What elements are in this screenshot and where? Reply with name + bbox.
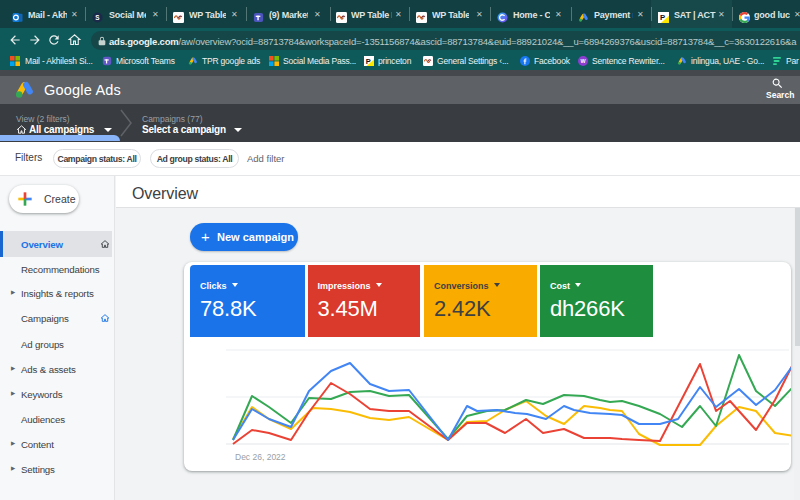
svg-text:P: P: [660, 13, 665, 22]
svg-text:S: S: [95, 14, 100, 21]
svg-text:W: W: [580, 58, 586, 64]
svg-text:P: P: [366, 56, 371, 65]
